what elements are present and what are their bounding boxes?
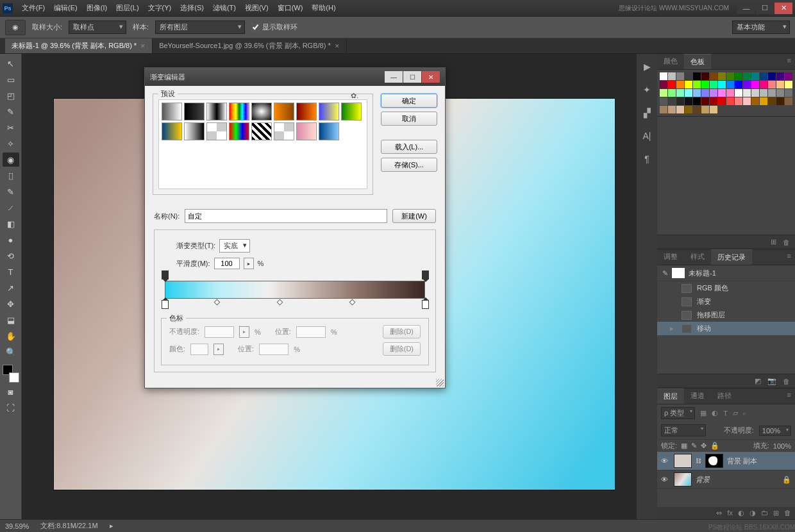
swatch[interactable] <box>685 72 692 80</box>
swatch[interactable] <box>701 81 709 88</box>
swatch[interactable] <box>743 89 751 97</box>
swatch[interactable] <box>751 89 759 97</box>
mask-icon[interactable]: ◐ <box>738 509 744 517</box>
tool-button[interactable]: ⌷ <box>3 169 19 183</box>
gradient-preset[interactable] <box>341 103 362 121</box>
swatch[interactable] <box>776 97 784 105</box>
swatch[interactable] <box>743 81 751 88</box>
swatch[interactable] <box>760 81 767 88</box>
swatch[interactable] <box>735 89 742 97</box>
tool-button[interactable]: T <box>3 265 19 279</box>
tab-history[interactable]: 历史记录 <box>711 249 752 265</box>
gradient-preset[interactable] <box>229 103 249 121</box>
layer-thumb[interactable] <box>674 454 692 468</box>
swatch[interactable] <box>676 97 684 105</box>
tool-button[interactable]: ✂ <box>3 121 19 135</box>
play-icon[interactable]: ▶ <box>640 62 653 73</box>
gradient-preset[interactable] <box>251 103 272 121</box>
gradient-preset[interactable] <box>319 103 339 121</box>
fg-bg-swatches[interactable] <box>3 365 19 383</box>
load-button[interactable]: 载入(L)... <box>381 140 437 154</box>
swatch[interactable] <box>726 72 734 80</box>
swatch[interactable] <box>660 97 667 105</box>
close-tab-icon[interactable]: ✕ <box>335 43 340 49</box>
dialog-minimize-button[interactable]: — <box>385 71 403 83</box>
swatch[interactable] <box>676 89 684 97</box>
swatch[interactable] <box>685 106 692 113</box>
tool-button[interactable]: 🔍 <box>3 345 19 359</box>
swatch[interactable] <box>768 81 776 88</box>
filter-kind-select[interactable]: ρ 类型 <box>661 407 695 419</box>
swatch[interactable] <box>668 97 676 105</box>
swatch[interactable] <box>743 72 751 80</box>
swatch[interactable] <box>726 97 734 105</box>
swatch[interactable] <box>660 106 667 113</box>
presets-gear-icon[interactable]: ✿. <box>351 92 358 100</box>
swatch[interactable] <box>660 89 667 97</box>
menu-item[interactable]: 编辑(E) <box>50 1 81 15</box>
trash-icon[interactable]: 🗑 <box>783 238 790 246</box>
swatch[interactable] <box>785 72 792 80</box>
tab-swatches[interactable]: 色板 <box>684 54 711 69</box>
midpoint-stop[interactable] <box>349 299 356 306</box>
swatch[interactable] <box>676 106 684 113</box>
tool-button[interactable]: ▭ <box>3 72 19 87</box>
swatch[interactable] <box>751 72 759 80</box>
swatch[interactable] <box>768 97 776 105</box>
tool-button[interactable]: ✎ <box>3 185 19 199</box>
gradient-preset[interactable] <box>162 103 182 121</box>
layer-mask-thumb[interactable] <box>705 454 723 468</box>
swatch[interactable] <box>768 89 776 97</box>
midpoint-stop[interactable] <box>276 299 283 306</box>
tool-preset-icon[interactable]: ◉ <box>5 20 26 35</box>
blend-mode-select[interactable]: 正常 <box>661 424 706 436</box>
visibility-icon[interactable]: 👁 <box>661 476 670 483</box>
tab-layers[interactable]: 图层 <box>657 388 684 404</box>
gradient-preset[interactable] <box>274 103 294 121</box>
midpoint-stop[interactable] <box>214 299 221 306</box>
swatch[interactable] <box>668 89 676 97</box>
new-button[interactable]: 新建(W) <box>392 209 436 223</box>
swatch[interactable] <box>785 81 792 88</box>
swatch[interactable] <box>785 97 792 105</box>
swatch[interactable] <box>693 72 701 80</box>
layer-row[interactable]: 👁⛓背景 副本 <box>657 452 795 470</box>
swatch[interactable] <box>668 72 676 80</box>
tool-button[interactable]: ◰ <box>3 88 19 103</box>
gradient-preset[interactable] <box>162 122 182 140</box>
history-item[interactable]: 拖移图层 <box>657 308 795 322</box>
layer-row[interactable]: 👁背景🔒 <box>657 470 795 489</box>
swatch[interactable] <box>693 89 701 97</box>
maximize-button[interactable]: ☐ <box>756 3 774 14</box>
swatch[interactable] <box>751 81 759 88</box>
ok-button[interactable]: 确定 <box>381 94 437 108</box>
swatch[interactable] <box>710 97 717 105</box>
smooth-input[interactable] <box>214 258 240 269</box>
doc-size[interactable]: 文档:8.81M/22.1M <box>40 521 97 531</box>
screenmode-icon[interactable]: ⛶ <box>3 401 19 415</box>
swatch[interactable] <box>693 106 701 113</box>
panel-menu-icon[interactable]: ≡ <box>783 54 795 69</box>
panel-menu-icon[interactable]: ≡ <box>783 388 795 404</box>
document-tab[interactable]: BeYourself-Source1.jpg @ 39.6% (背景 副本, R… <box>153 38 347 53</box>
close-tab-icon[interactable]: ✕ <box>140 43 146 49</box>
swatch[interactable] <box>676 72 684 80</box>
tool-button[interactable]: ✧ <box>3 137 19 151</box>
swatch[interactable] <box>726 89 734 97</box>
lock-all-icon[interactable]: 🔒 <box>710 442 719 450</box>
swatch[interactable] <box>751 97 759 105</box>
lock-pixels-icon[interactable]: ✎ <box>691 442 697 450</box>
opacity-value[interactable]: 100% <box>759 426 791 436</box>
tab-channels[interactable]: 通道 <box>684 388 711 404</box>
sample-layers-select[interactable]: 所有图层 <box>155 21 245 34</box>
swatch[interactable] <box>668 81 676 88</box>
menu-item[interactable]: 帮助(H) <box>308 1 339 15</box>
tool-button[interactable]: ⬓ <box>3 313 19 327</box>
swatch[interactable] <box>701 106 709 113</box>
swatch[interactable] <box>710 72 717 80</box>
swatch[interactable] <box>685 89 692 97</box>
gradient-preset[interactable] <box>296 122 317 140</box>
visibility-icon[interactable]: 👁 <box>661 457 670 465</box>
tool-button[interactable]: ⟲ <box>3 249 19 263</box>
tool-button[interactable]: ↖ <box>3 56 19 71</box>
